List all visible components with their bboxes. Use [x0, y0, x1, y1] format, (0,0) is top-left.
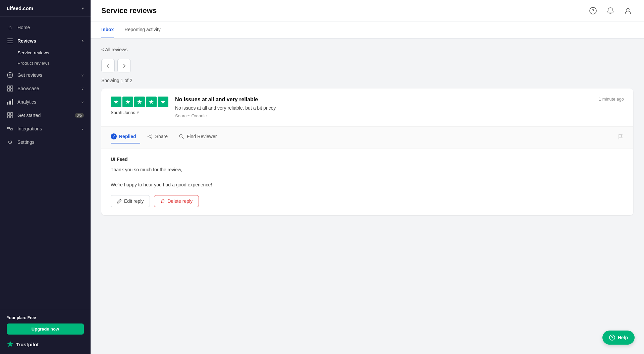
plan-text: Your plan: Free	[7, 315, 84, 320]
svg-rect-8	[10, 89, 13, 91]
svg-rect-7	[7, 89, 10, 91]
sidebar-item-get-reviews[interactable]: Get reviews ∨	[0, 68, 91, 82]
brand-name: uifeed.com	[7, 5, 33, 11]
sidebar-item-analytics[interactable]: Analytics ∨	[0, 95, 91, 109]
edit-reply-label: Edit reply	[124, 198, 144, 204]
brand-chevron-icon: ▾	[82, 6, 84, 11]
action-tab-replied[interactable]: ✓ Replied	[111, 131, 140, 143]
prev-review-button[interactable]	[101, 59, 115, 72]
svg-rect-13	[10, 113, 13, 115]
svg-rect-6	[10, 86, 13, 88]
review-source: Source: Organic	[175, 113, 592, 118]
svg-rect-11	[12, 99, 13, 105]
svg-point-25	[148, 136, 149, 137]
sidebar-item-home[interactable]: ⌂ Home	[0, 21, 91, 34]
svg-line-26	[149, 135, 151, 136]
review-time: 1 minute ago	[599, 97, 624, 102]
settings-icon: ⚙	[7, 139, 13, 145]
sidebar-item-showcase[interactable]: Showcase ∨	[0, 82, 91, 95]
sidebar: uifeed.com ▾ ⌂ Home Reviews ∧ Service re…	[0, 0, 91, 354]
svg-rect-17	[10, 129, 13, 130]
header-actions	[588, 5, 633, 16]
tab-reporting[interactable]: Reporting activity	[124, 21, 160, 38]
help-icon[interactable]	[588, 5, 598, 16]
sidebar-item-integrations-label: Integrations	[17, 126, 42, 131]
review-actions-bar: ✓ Replied Share Find Reviewer	[101, 127, 633, 149]
trustpilot-logo: ★ Trustpilot	[7, 340, 84, 349]
action-tab-find-reviewer[interactable]: Find Reviewer	[178, 131, 221, 143]
svg-rect-14	[7, 116, 10, 118]
svg-point-24	[151, 138, 152, 139]
tab-inbox[interactable]: Inbox	[101, 21, 114, 38]
user-avatar-icon[interactable]	[623, 5, 633, 16]
reviewer-chevron-icon: ∨	[137, 110, 139, 115]
sidebar-subitem-service-reviews[interactable]: Service reviews	[0, 48, 91, 58]
help-button-label: Help	[618, 335, 628, 340]
sidebar-item-get-started[interactable]: Get started 3/5	[0, 109, 91, 122]
page-header: Service reviews	[91, 0, 644, 21]
svg-rect-1	[7, 41, 13, 41]
showcase-chevron-icon: ∨	[81, 86, 84, 91]
get-started-icon	[7, 112, 13, 119]
analytics-chevron-icon: ∨	[81, 100, 84, 104]
star-2: ★	[122, 97, 133, 107]
svg-point-4	[9, 74, 11, 76]
svg-line-29	[182, 137, 183, 139]
reply-buttons: Edit reply Delete reply	[111, 195, 624, 207]
action-tab-share[interactable]: Share	[147, 131, 172, 143]
back-link[interactable]: < All reviews	[101, 47, 127, 52]
delete-reply-label: Delete reply	[167, 198, 193, 204]
reply-section: UI Feed Thank you so much for the review…	[101, 149, 633, 215]
svg-rect-15	[10, 116, 13, 118]
svg-point-32	[612, 339, 612, 339]
sidebar-item-settings-label: Settings	[17, 139, 35, 145]
review-text: No issues at all and very reliable, but …	[175, 105, 592, 111]
star-4: ★	[146, 97, 157, 107]
star-1: ★	[111, 97, 121, 107]
get-reviews-icon	[7, 72, 13, 78]
reviews-chevron-icon: ∧	[81, 39, 84, 43]
page-title: Service reviews	[101, 6, 588, 15]
sidebar-item-get-started-label: Get started	[17, 113, 41, 118]
svg-rect-0	[7, 39, 13, 39]
reviewer-name[interactable]: Sarah Jonas ∨	[111, 110, 139, 115]
svg-rect-9	[7, 102, 8, 105]
page-content: < All reviews Showing 1 of 2 ★	[91, 39, 644, 223]
replied-check-icon: ✓	[111, 133, 117, 139]
review-header: ★ ★ ★ ★ ★ Sarah Jonas ∨ No issues at all…	[101, 88, 633, 127]
notifications-icon[interactable]	[605, 5, 616, 16]
svg-point-22	[627, 8, 629, 11]
sidebar-item-settings[interactable]: ⚙ Settings	[0, 135, 91, 149]
help-button[interactable]: Help	[602, 331, 635, 345]
get-started-badge: 3/5	[75, 113, 84, 118]
svg-point-21	[593, 12, 593, 13]
share-icon	[147, 133, 153, 139]
upgrade-button[interactable]: Upgrade now	[7, 323, 84, 335]
flag-button[interactable]	[618, 134, 624, 141]
sidebar-item-reviews[interactable]: Reviews ∧	[0, 34, 91, 48]
sidebar-item-integrations[interactable]: Integrations ∨	[0, 122, 91, 135]
review-body: No issues at all and very reliable No is…	[175, 97, 592, 118]
content-area: < All reviews Showing 1 of 2 ★	[91, 39, 644, 354]
svg-rect-12	[7, 113, 10, 115]
svg-point-23	[151, 134, 152, 135]
svg-rect-2	[7, 43, 13, 43]
sidebar-item-analytics-label: Analytics	[17, 99, 36, 105]
next-review-button[interactable]	[117, 59, 131, 72]
brand-header[interactable]: uifeed.com ▾	[0, 0, 91, 17]
analytics-icon	[7, 99, 13, 105]
integrations-icon	[7, 125, 13, 132]
reply-text: Thank you so much for the review, We're …	[111, 166, 624, 188]
star-3: ★	[134, 97, 145, 107]
edit-reply-button[interactable]: Edit reply	[111, 195, 150, 207]
svg-point-3	[7, 72, 13, 78]
sidebar-item-get-reviews-label: Get reviews	[17, 72, 42, 78]
sidebar-subitem-product-reviews[interactable]: Product reviews	[0, 58, 91, 68]
home-icon: ⌂	[7, 24, 13, 31]
svg-rect-16	[7, 127, 10, 129]
svg-line-27	[149, 137, 151, 138]
sidebar-item-showcase-label: Showcase	[17, 86, 39, 91]
review-nav-arrows	[101, 59, 633, 72]
review-card: ★ ★ ★ ★ ★ Sarah Jonas ∨ No issues at all…	[101, 88, 633, 215]
delete-reply-button[interactable]: Delete reply	[154, 195, 199, 207]
